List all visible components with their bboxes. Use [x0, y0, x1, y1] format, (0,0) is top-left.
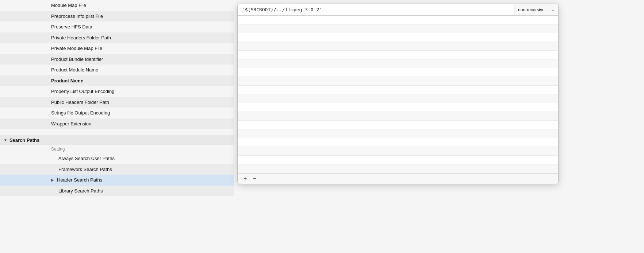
list-item[interactable]: Wrapper Extension — [0, 118, 234, 129]
empty-row — [238, 129, 558, 138]
add-path-button[interactable]: + — [242, 176, 248, 182]
list-item[interactable]: Module Map File — [0, 0, 234, 11]
empty-row — [238, 51, 558, 59]
list-item[interactable]: Product Bundle Identifier — [0, 54, 234, 65]
list-item[interactable]: Product Module Name — [0, 65, 234, 75]
path-value-input[interactable] — [238, 4, 514, 15]
list-item[interactable]: Always Search User Paths — [0, 153, 234, 164]
list-item[interactable]: Framework Search Paths — [0, 164, 234, 175]
list-item[interactable]: Strings file Output Encoding — [0, 108, 234, 118]
dropdown-chevron-icon: ⌄ — [552, 8, 555, 12]
remove-path-button[interactable]: − — [251, 176, 257, 182]
empty-row — [238, 103, 558, 112]
section-title: Search Paths — [9, 137, 39, 143]
right-panel: non-recursive ⌄ — [234, 0, 644, 253]
list-item-product-name[interactable]: Product Name — [0, 75, 234, 86]
search-paths-header[interactable]: ▼ Search Paths — [0, 135, 234, 145]
list-item[interactable]: Library Search Paths — [0, 186, 234, 196]
popup-list-area — [238, 16, 558, 173]
search-paths-list: Always Search User Paths Framework Searc… — [0, 153, 234, 196]
list-item[interactable]: Private Headers Folder Path — [0, 32, 234, 43]
list-item[interactable]: Preprocess Info.plist File — [0, 11, 234, 22]
sub-section-setting-label: Setting — [0, 145, 234, 153]
empty-row — [238, 42, 558, 51]
empty-row — [238, 68, 558, 77]
empty-row — [238, 16, 558, 24]
popup-header-row: non-recursive ⌄ — [238, 4, 558, 16]
empty-row — [238, 147, 558, 156]
popup-panel: non-recursive ⌄ — [237, 4, 559, 184]
empty-rows-container — [238, 16, 558, 173]
list-item[interactable]: Public Headers Folder Path — [0, 97, 234, 108]
empty-row — [238, 33, 558, 42]
collapse-triangle-icon: ▼ — [4, 138, 7, 142]
empty-row — [238, 138, 558, 147]
settings-list: Module Map File Preprocess Info.plist Fi… — [0, 0, 234, 129]
list-item[interactable]: Property List Output Encoding — [0, 86, 234, 97]
empty-row — [238, 94, 558, 103]
recursion-dropdown[interactable]: non-recursive ⌄ — [514, 5, 558, 15]
empty-row — [238, 164, 558, 173]
empty-row — [238, 156, 558, 164]
callout-arrow-icon — [393, 184, 403, 184]
list-item-header-search-paths[interactable]: ▶ Header Search Paths — [0, 175, 234, 186]
popup-footer: + − — [238, 173, 558, 184]
list-item[interactable]: Preserve HFS Data — [0, 22, 234, 32]
empty-row — [238, 59, 558, 68]
empty-row — [238, 24, 558, 33]
left-panel: Module Map File Preprocess Info.plist Fi… — [0, 0, 234, 253]
section-divider — [0, 132, 234, 132]
empty-row — [238, 86, 558, 94]
main-container: Module Map File Preprocess Info.plist Fi… — [0, 0, 644, 253]
empty-row — [238, 121, 558, 129]
empty-row — [238, 112, 558, 121]
empty-row — [238, 77, 558, 86]
list-item[interactable]: Private Module Map File — [0, 43, 234, 54]
row-expand-arrow-icon: ▶ — [51, 177, 54, 183]
recursion-label: non-recursive — [518, 7, 545, 12]
